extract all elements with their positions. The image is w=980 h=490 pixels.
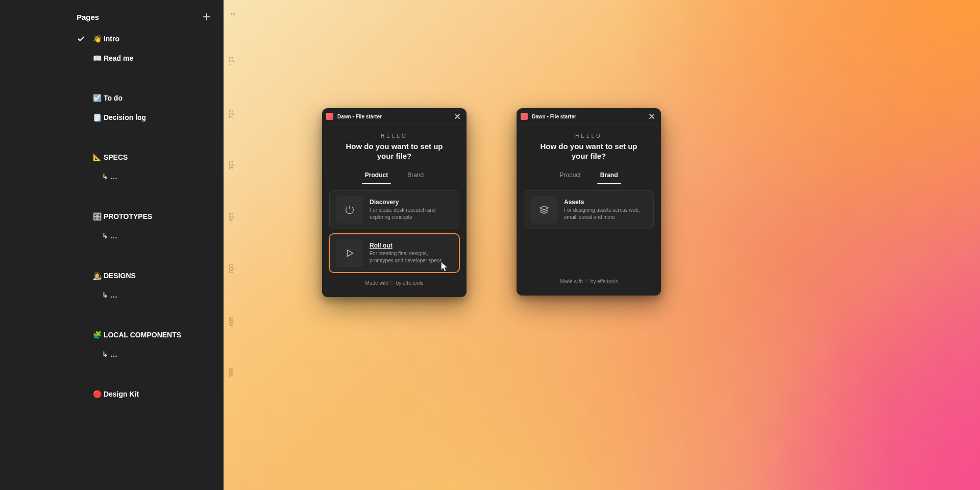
modal-footer-credit: Made with ♡ by effe.tools: [329, 277, 459, 293]
page-label: 🧩 LOCAL COMPONENTS: [93, 331, 181, 339]
hello-eyebrow: HELLO: [329, 133, 459, 139]
close-button[interactable]: [648, 112, 656, 120]
vertical-ruler: 0 100 200 300 400 500 600 700: [224, 0, 238, 490]
option-discovery[interactable]: Discovery For ideas, desk research and e…: [329, 190, 459, 229]
page-item-design-kit[interactable]: 🔴 Design Kit: [77, 385, 214, 403]
app-logo-icon: [521, 113, 528, 120]
modal-question: How do you want to set up your file?: [524, 142, 654, 161]
add-page-button[interactable]: [201, 11, 212, 22]
option-desc: For designing assets across web, email, …: [564, 207, 647, 220]
file-starter-modal-product: Dawn • File starter HELLO How do you wan…: [322, 108, 467, 297]
page-label: 👩‍🎨 DESIGNS: [93, 272, 136, 280]
selected-check-icon: [77, 35, 86, 42]
play-icon: [336, 239, 363, 267]
page-item-local-components-child[interactable]: ↳ …: [77, 345, 214, 363]
page-label: 📖 Read me: [93, 54, 133, 62]
option-assets[interactable]: Assets For designing assets across web, …: [524, 190, 654, 229]
page-item-readme[interactable]: 📖 Read me: [77, 49, 214, 67]
modal-tabs: Product Brand: [329, 168, 459, 184]
pages-sidebar: Pages 👋 Intro 📖 Read me ☑️ To do: [0, 0, 224, 490]
page-label: 📐 SPECS: [93, 153, 128, 161]
modal-window-title: Dawn • File starter: [532, 114, 576, 119]
page-label: ↳ …: [102, 173, 117, 181]
canvas-area[interactable]: 0 100 200 300 400 500 600 700 Dawn • Fil…: [224, 0, 980, 490]
option-title: Discovery: [370, 199, 453, 206]
page-item-designs[interactable]: 👩‍🎨 DESIGNS: [77, 266, 214, 285]
page-label: ☑️ To do: [93, 94, 122, 102]
page-label: ↳ …: [102, 232, 117, 240]
app-logo-icon: [326, 113, 333, 120]
power-icon: [336, 196, 363, 224]
option-desc: For ideas, desk research and exploring c…: [370, 207, 453, 220]
pages-heading: Pages: [77, 13, 99, 21]
tab-brand[interactable]: Brand: [593, 168, 625, 184]
page-item-todo[interactable]: ☑️ To do: [77, 89, 214, 107]
close-icon: [649, 113, 655, 119]
plus-icon: [203, 13, 211, 21]
page-item-local-components[interactable]: 🧩 LOCAL COMPONENTS: [77, 326, 214, 344]
modal-footer-credit: Made with ♡ by effe.tools: [524, 276, 654, 291]
page-label: 🎛️ PROTOTYPES: [93, 212, 152, 220]
hello-eyebrow: HELLO: [524, 133, 654, 139]
page-label: ↳ …: [102, 350, 117, 358]
modal-window-title: Dawn • File starter: [337, 114, 382, 119]
tab-product[interactable]: Product: [552, 168, 587, 184]
page-label: 👋 Intro: [93, 35, 119, 43]
file-starter-modal-brand: Dawn • File starter HELLO How do you wan…: [517, 108, 661, 296]
page-item-specs-child[interactable]: ↳ …: [77, 167, 214, 186]
modal-question: How do you want to set up your file?: [329, 142, 459, 161]
page-item-decisionlog[interactable]: 🗒️ Decision log: [77, 108, 214, 127]
page-item-prototypes[interactable]: 🎛️ PROTOTYPES: [77, 207, 214, 226]
tab-brand[interactable]: Brand: [400, 168, 431, 184]
option-title: Roll out: [370, 242, 453, 249]
option-desc: For creating final designs, prototypes a…: [370, 250, 453, 264]
tab-product[interactable]: Product: [358, 168, 395, 184]
close-button[interactable]: [453, 112, 461, 120]
page-label: 🗒️ Decision log: [93, 113, 146, 121]
option-title: Assets: [564, 199, 647, 206]
page-label: ↳ …: [102, 291, 117, 299]
stack-icon: [530, 196, 558, 224]
option-roll-out[interactable]: Roll out For creating final designs, pro…: [329, 234, 459, 273]
modal-tabs: Product Brand: [524, 168, 654, 184]
page-item-prototypes-child[interactable]: ↳ …: [77, 227, 214, 245]
page-label: 🔴 Design Kit: [93, 390, 139, 398]
page-item-designs-child[interactable]: ↳ …: [77, 286, 214, 304]
close-icon: [454, 113, 460, 119]
page-item-intro[interactable]: 👋 Intro: [77, 30, 214, 48]
page-item-specs[interactable]: 📐 SPECS: [77, 148, 214, 166]
